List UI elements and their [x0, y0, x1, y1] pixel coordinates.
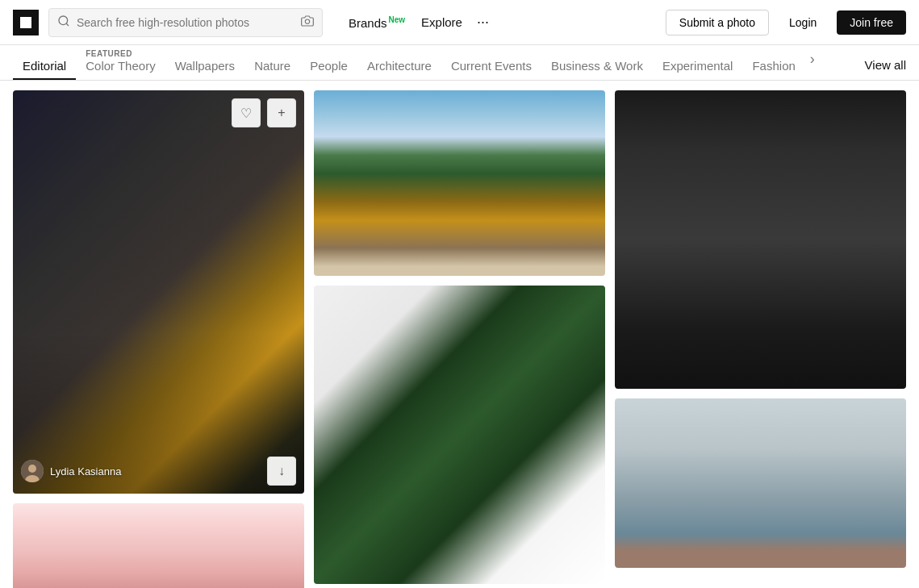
- cat-architecture[interactable]: Architecture: [357, 45, 441, 80]
- photo-top-actions: ♡ +: [833, 98, 898, 127]
- photo-card[interactable]: ♡ + ↓: [615, 90, 906, 389]
- search-input[interactable]: [77, 16, 294, 29]
- like-button[interactable]: ♡: [232, 511, 261, 540]
- photo-bottom-actions: ↓: [623, 352, 898, 381]
- photo-card[interactable]: ♡ + ↓: [615, 398, 906, 568]
- cat-chevron-icon[interactable]: ›: [805, 45, 820, 80]
- add-to-collection-button[interactable]: +: [869, 407, 898, 436]
- photo-top-actions: ♡ +: [232, 511, 296, 540]
- photo-top-actions: ♡ +: [533, 98, 597, 127]
- photo-card[interactable]: ♡ + Lydia Kasianna ↓: [13, 90, 304, 494]
- cat-business[interactable]: Business & Work: [541, 45, 653, 80]
- nav-more[interactable]: ···: [472, 10, 494, 34]
- add-to-collection-button[interactable]: +: [568, 294, 597, 323]
- photo-grid: ♡ + Lydia Kasianna ↓: [0, 81, 919, 588]
- photo-top-actions: ♡ +: [232, 98, 296, 127]
- search-icon: [57, 15, 70, 31]
- add-to-collection-button[interactable]: +: [869, 98, 898, 127]
- photo-bottom-actions: Lydia Kasianna ↓: [21, 457, 296, 486]
- svg-point-0: [59, 16, 68, 25]
- submit-photo-button[interactable]: Submit a photo: [666, 10, 769, 35]
- logo[interactable]: [13, 10, 39, 35]
- cat-people[interactable]: People: [300, 45, 357, 80]
- cat-experimental[interactable]: Experimental: [653, 45, 743, 80]
- photo-bottom-actions: ↓: [623, 531, 898, 560]
- photo-card[interactable]: ♡ + ↓: [13, 503, 304, 588]
- main-nav: BrandsNew Explore ···: [332, 10, 656, 34]
- photo-hover-overlay: ♡ + Lydia Kasianna ↓: [13, 90, 304, 494]
- camera-icon[interactable]: [301, 15, 314, 31]
- header-actions: Submit a photo Login Join free: [666, 10, 906, 35]
- like-button[interactable]: ♡: [833, 407, 863, 436]
- search-bar: [48, 8, 323, 37]
- nav-brands[interactable]: BrandsNew: [342, 12, 411, 33]
- like-button[interactable]: ♡: [232, 98, 261, 127]
- cat-current-events[interactable]: Current Events: [441, 45, 541, 80]
- like-button[interactable]: ♡: [533, 294, 562, 323]
- site-header: BrandsNew Explore ··· Submit a photo Log…: [0, 0, 919, 45]
- photo-col-3: ♡ + ↓ ♡ + ↓: [615, 90, 906, 568]
- cat-nature[interactable]: Nature: [244, 45, 300, 80]
- photo-bottom-actions: ↓: [322, 547, 597, 576]
- download-button[interactable]: ↓: [869, 531, 898, 560]
- avatar: [21, 460, 44, 482]
- add-to-collection-button[interactable]: +: [267, 98, 296, 127]
- login-button[interactable]: Login: [775, 10, 830, 35]
- download-button[interactable]: ↓: [267, 579, 296, 588]
- photo-top-actions: ♡ +: [833, 407, 898, 436]
- cat-color-theory[interactable]: FEATURED Color Theory: [76, 45, 165, 80]
- photo-author: Lydia Kasianna: [21, 460, 121, 482]
- download-button[interactable]: ↓: [869, 352, 898, 381]
- category-nav: Editorial FEATURED Color Theory Wallpape…: [0, 45, 919, 81]
- add-to-collection-button[interactable]: +: [568, 98, 597, 127]
- svg-point-2: [305, 19, 309, 23]
- join-button[interactable]: Join free: [837, 10, 906, 35]
- photo-bottom-actions: ↓: [322, 239, 597, 268]
- nav-explore[interactable]: Explore: [415, 12, 469, 32]
- cat-fashion[interactable]: Fashion: [742, 45, 804, 80]
- cat-wallpapers[interactable]: Wallpapers: [165, 45, 244, 80]
- photo-col-2: ♡ + ↓ ♡ + ↓: [314, 90, 605, 584]
- download-button[interactable]: ↓: [568, 239, 597, 268]
- photo-card[interactable]: ♡ + ↓: [314, 286, 605, 584]
- svg-line-1: [66, 23, 69, 26]
- like-button[interactable]: ♡: [533, 98, 562, 127]
- download-button[interactable]: ↓: [568, 547, 597, 576]
- svg-point-4: [28, 465, 36, 473]
- view-all-link[interactable]: View all: [858, 45, 906, 80]
- photo-card[interactable]: ♡ + ↓: [314, 90, 605, 276]
- like-button[interactable]: ♡: [833, 98, 863, 127]
- author-name: Lydia Kasianna: [50, 465, 121, 477]
- download-button[interactable]: ↓: [267, 457, 296, 486]
- add-to-collection-button[interactable]: +: [267, 511, 296, 540]
- cat-editorial[interactable]: Editorial: [13, 45, 76, 80]
- photo-top-actions: ♡ +: [533, 294, 597, 323]
- photo-col-1: ♡ + Lydia Kasianna ↓: [13, 90, 304, 588]
- photo-bottom-actions: ↓: [21, 579, 296, 588]
